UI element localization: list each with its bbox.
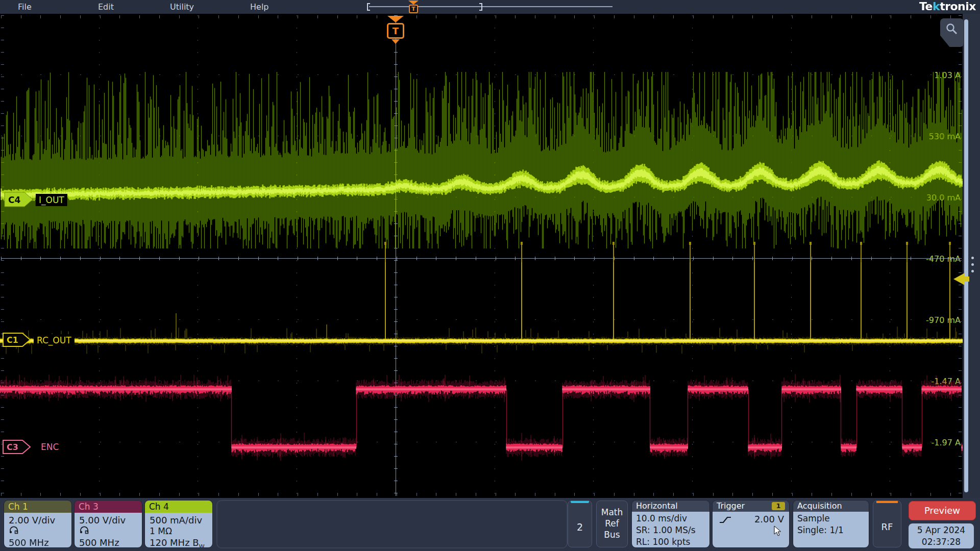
channel-handle-label: C3	[7, 442, 18, 452]
channel-handle-label: C1	[7, 335, 18, 345]
channel1-badge[interactable]: Ch 1 2.00 V/div 500 MHz	[4, 500, 71, 547]
right-side-strip	[963, 14, 980, 498]
grip-dot	[971, 257, 974, 259]
math-ref-bus-button[interactable]: Math Ref Bus	[596, 500, 628, 547]
waveform-label-rcout[interactable]: RC_OUT	[34, 334, 75, 346]
acquisition-title: Acquisition	[793, 500, 869, 512]
rising-edge-icon	[719, 515, 732, 524]
channel3-badge[interactable]: Ch 3 5.00 V/div 500 MHz	[75, 500, 142, 547]
trigger-panel[interactable]: Trigger 1 2.00 V	[713, 500, 789, 547]
zoom-scale-value: 2	[568, 521, 592, 533]
minimap-window-bracket-right[interactable]	[479, 3, 482, 11]
tektronix-logo: Tektronix	[919, 0, 976, 14]
grip-dot	[971, 263, 974, 266]
bus-label: Bus	[597, 529, 627, 540]
acquisition-minimap[interactable]: T	[365, 0, 620, 14]
channel4-bandwidth: 120 MHz BW	[150, 537, 212, 547]
horizontal-title: Horizontal	[632, 500, 709, 512]
trigger-level: 2.00 V	[754, 513, 784, 525]
grip-dot	[971, 270, 974, 272]
vertical-scrollbar[interactable]	[964, 19, 968, 492]
math-label: Math	[597, 507, 627, 518]
cyan-accent-bar	[571, 501, 589, 503]
probe-icon	[79, 526, 89, 534]
arrow-stem	[965, 277, 969, 282]
trigger-triangle-icon	[387, 16, 404, 22]
channel3-name: Ch 3	[75, 500, 142, 513]
waveform-label-enc[interactable]: ENC	[38, 441, 62, 453]
preview-button[interactable]: Preview	[909, 501, 976, 520]
trigger-source-badge: 1	[772, 502, 785, 510]
channel4-scale: 500 mA/div	[150, 514, 212, 526]
channel4-name: Ch 4	[145, 500, 212, 513]
record-length: RL: 100 kpts	[636, 536, 709, 547]
ref-label: Ref	[597, 518, 627, 529]
waveform-label-iout[interactable]: I_OUT	[36, 194, 67, 206]
trigger-tail-icon	[391, 39, 400, 44]
menu-help[interactable]: Help	[250, 0, 268, 14]
minimap-window-bracket-left[interactable]	[367, 3, 370, 11]
menu-edit[interactable]: Edit	[98, 0, 114, 14]
oscilloscope-screen: File Edit Utility Help T Tektronix 1.03 …	[0, 0, 980, 551]
orange-accent-bar	[876, 501, 898, 503]
channel3-bandwidth: 500 MHz	[79, 537, 142, 547]
trigger-t-icon: T	[409, 5, 418, 13]
zoom-scale-button[interactable]: 2	[568, 500, 592, 547]
channel1-bandwidth: 500 MHz	[9, 537, 71, 547]
channel-handle-c1[interactable]: C1	[3, 333, 32, 348]
empty-badge-slot	[216, 500, 568, 548]
acquisition-mode: Sample	[797, 513, 869, 524]
trigger-t-icon: T	[387, 23, 404, 39]
trigger-triangle-icon	[408, 1, 419, 5]
menu-bar: File Edit Utility Help T Tektronix	[0, 0, 980, 14]
settings-bar: Ch 1 2.00 V/div 500 MHz Ch 3 5.00 V/div	[0, 498, 980, 551]
mouse-cursor	[774, 525, 782, 537]
channel-handle-c3[interactable]: C3	[3, 440, 32, 455]
minimap-trigger-marker[interactable]: T	[408, 0, 420, 14]
channel-handle-c4[interactable]: C4	[4, 192, 34, 208]
horizontal-panel[interactable]: Horizontal 10.0 ms/div SR: 1.00 MS/s RL:…	[632, 500, 709, 547]
sample-rate: SR: 1.00 MS/s	[636, 524, 709, 536]
menu-file[interactable]: File	[18, 0, 32, 14]
probe-icon	[9, 526, 19, 534]
acquisition-single-count: Single: 1/1	[797, 524, 869, 536]
acquisition-panel[interactable]: Acquisition Sample Single: 1/1	[793, 500, 869, 547]
channel-handle-label: C4	[8, 195, 20, 205]
magnifier-icon	[945, 22, 959, 36]
arrow-left-icon	[953, 273, 965, 285]
datetime-box[interactable]: 5 Apr 2024 02:37:28	[909, 523, 974, 548]
waveform-canvas[interactable]	[0, 14, 980, 498]
date-value: 5 Apr 2024	[909, 524, 974, 536]
waveform-view: 1.03 A 530 mA 30.0 mA -470 mA -970 mA -1…	[0, 14, 980, 498]
channel4-impedance: 1 MΩ	[150, 526, 212, 537]
time-value: 02:37:28	[909, 536, 974, 548]
minimap-record-line	[369, 6, 612, 7]
horizontal-scale: 10.0 ms/div	[636, 513, 709, 524]
channel3-scale: 5.00 V/div	[79, 514, 142, 526]
rf-label: RF	[873, 521, 901, 532]
channel1-scale: 2.00 V/div	[9, 514, 71, 526]
trigger-title: Trigger	[717, 501, 745, 511]
menu-utility[interactable]: Utility	[170, 0, 194, 14]
channel1-name: Ch 1	[4, 500, 71, 513]
rf-button[interactable]: RF	[873, 500, 901, 547]
channel4-badge[interactable]: Ch 4 500 mA/div 1 MΩ 120 MHz BW	[145, 500, 212, 547]
